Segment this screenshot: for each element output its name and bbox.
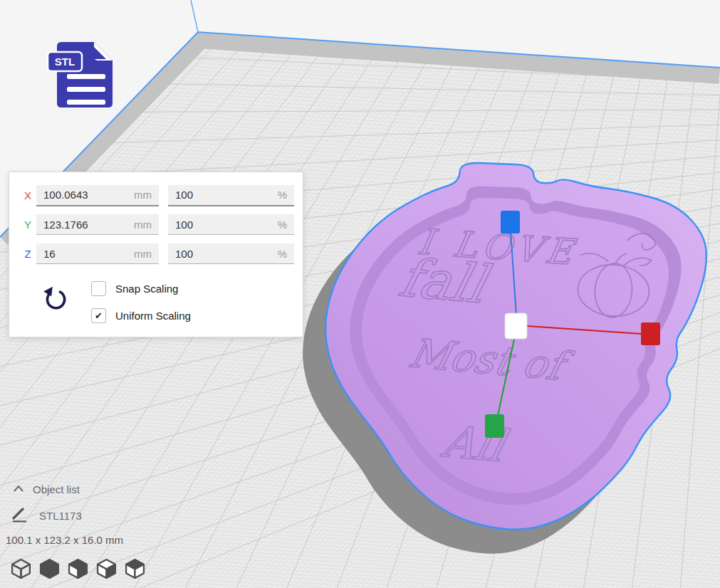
view-left-cube-icon <box>95 557 118 579</box>
percent-unit-label: % <box>278 248 287 260</box>
scale-x-percent-input[interactable]: 100 % <box>168 185 294 206</box>
scale-y-percent-input[interactable]: 100 % <box>168 214 294 235</box>
stl-text-bar <box>67 100 105 105</box>
scale-x-percent-value: 100 <box>175 189 193 201</box>
reset-arrow-icon <box>42 285 69 313</box>
scale-tool-panel: X 100.0643 mm 100 % Y 123.1766 mm 100 % … <box>9 172 303 337</box>
view-front-cube-icon <box>38 557 61 579</box>
stl-badge-label: STL <box>55 56 75 68</box>
axis-label-y: Y <box>19 219 36 231</box>
scale-handle-z[interactable] <box>501 211 520 233</box>
snap-scaling-row: Snap Scaling <box>91 281 191 296</box>
scale-row-x: X 100.0643 mm 100 % <box>19 184 293 206</box>
object-list-collapse-caret[interactable] <box>12 484 25 493</box>
percent-unit-label: % <box>278 219 287 231</box>
axis-label-x: X <box>19 189 36 201</box>
view-front-button[interactable] <box>38 557 61 579</box>
model-dimensions-label: 100.1 x 123.2 x 16.0 mm <box>6 534 123 546</box>
scale-y-mm-value: 123.1766 <box>43 219 88 231</box>
reset-scale-button[interactable] <box>42 285 69 313</box>
axis-label-z: Z <box>19 248 36 260</box>
scale-z-mm-value: 16 <box>43 248 56 260</box>
view-3d-cube-icon <box>10 557 32 579</box>
view-top-button[interactable] <box>67 557 89 579</box>
edit-pencil-icon[interactable] <box>11 507 28 523</box>
snap-scaling-label: Snap Scaling <box>115 283 178 295</box>
uniform-scaling-row: ✔ Uniform Scaling <box>91 308 191 323</box>
view-right-cube-icon <box>124 557 146 579</box>
stl-text-bar <box>67 74 105 79</box>
uniform-scaling-checkbox[interactable]: ✔ <box>91 308 106 323</box>
stl-text-bar <box>67 87 105 92</box>
scale-x-mm-value: 100.0643 <box>43 189 88 201</box>
scale-y-percent-value: 100 <box>175 219 193 231</box>
snap-scaling-checkbox[interactable] <box>91 281 106 296</box>
scale-handle-x[interactable] <box>641 322 660 345</box>
object-list-item-name[interactable]: STL1173 <box>39 510 82 522</box>
camera-view-toolbar <box>10 557 146 579</box>
scale-handle-center[interactable] <box>505 313 527 339</box>
percent-unit-label: % <box>278 189 287 201</box>
scale-z-percent-input[interactable]: 100 % <box>168 243 294 264</box>
mm-unit-label: mm <box>134 189 152 201</box>
scale-z-percent-value: 100 <box>175 248 193 260</box>
scale-z-mm-input[interactable]: 16 mm <box>36 243 159 264</box>
view-top-cube-icon <box>67 557 89 579</box>
uniform-scaling-label: Uniform Scaling <box>115 310 191 322</box>
view-3d-button[interactable] <box>10 557 32 579</box>
scale-row-y: Y 123.1766 mm 100 % <box>19 214 293 236</box>
scale-handle-y[interactable] <box>485 414 504 438</box>
mm-unit-label: mm <box>134 219 152 231</box>
view-right-button[interactable] <box>124 557 146 579</box>
scale-y-mm-input[interactable]: 123.1766 mm <box>36 214 159 235</box>
cura-viewport: I LOVE fall Most of All <box>0 0 720 588</box>
scale-x-mm-input[interactable]: 100.0643 mm <box>36 185 159 206</box>
scale-row-z: Z 16 mm 100 % <box>19 243 293 265</box>
stl-file-icon: STL <box>41 37 117 114</box>
object-list-title[interactable]: Object list <box>33 483 80 495</box>
mm-unit-label: mm <box>134 248 152 260</box>
view-left-button[interactable] <box>95 557 118 579</box>
scaling-options: Snap Scaling ✔ Uniform Scaling <box>91 281 191 335</box>
